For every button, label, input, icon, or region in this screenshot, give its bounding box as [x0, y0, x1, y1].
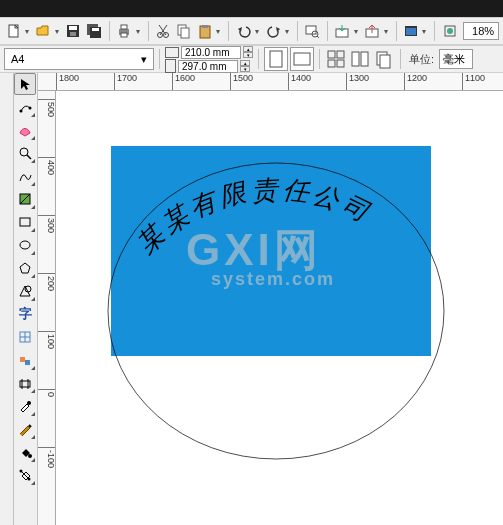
ruler-tick: 1100: [462, 73, 485, 91]
freehand-tool[interactable]: [14, 165, 36, 187]
new-file-dropdown[interactable]: ▾: [25, 27, 32, 36]
zoom-input[interactable]: 18%: [463, 22, 499, 40]
svg-rect-29: [328, 51, 335, 58]
svg-rect-9: [121, 33, 127, 37]
page-width-input[interactable]: 210.0 mm: [181, 46, 241, 59]
svg-rect-30: [337, 51, 344, 58]
window-titlebar: [0, 0, 503, 17]
pick-tool[interactable]: [14, 73, 36, 95]
vertical-ruler[interactable]: 5004003002001000-100: [38, 91, 56, 525]
cut-icon[interactable]: [153, 20, 172, 42]
svg-line-57: [21, 471, 29, 479]
ruler-tick: 1200: [404, 73, 427, 91]
toolbox: 字: [14, 73, 38, 525]
svg-point-55: [27, 401, 31, 405]
ruler-tick: 1600: [172, 73, 195, 91]
ruler-tick: 0: [38, 389, 56, 397]
drawing-canvas[interactable]: GXI网 system.com 某某有限责任公司: [56, 91, 503, 525]
zoom-tool[interactable]: [14, 142, 36, 164]
basic-shapes-tool[interactable]: [14, 280, 36, 302]
ruler-tick: 1800: [56, 73, 79, 91]
svg-text:某某有限责任公司: 某某有限责任公司: [131, 175, 377, 259]
ruler-tick: 100: [38, 331, 56, 349]
svg-point-37: [20, 110, 23, 113]
chevron-down-icon: ▾: [141, 53, 147, 66]
orientation-landscape[interactable]: [290, 47, 314, 71]
fill-tool[interactable]: [14, 441, 36, 463]
open-file-dropdown[interactable]: ▾: [55, 27, 62, 36]
property-bar: A4 ▾ 210.0 mm ▴▾ 297.0 mm ▴▾ 单位: 毫米: [0, 45, 503, 73]
publish-icon[interactable]: [440, 20, 459, 42]
paper-size-select[interactable]: A4 ▾: [4, 48, 154, 70]
new-file-icon[interactable]: [4, 20, 23, 42]
ruler-tick: 1400: [288, 73, 311, 91]
open-file-icon[interactable]: [34, 20, 53, 42]
import-icon[interactable]: [333, 20, 352, 42]
table-tool[interactable]: [14, 326, 36, 348]
svg-point-26: [447, 28, 453, 34]
arc-text-object[interactable]: 某某有限责任公司: [106, 141, 446, 341]
ellipse-tool[interactable]: [14, 234, 36, 256]
svg-rect-50: [20, 357, 25, 362]
treat-as-pages-icon[interactable]: [349, 48, 371, 70]
print-icon[interactable]: [115, 20, 134, 42]
height-spinner[interactable]: ▴▾: [240, 60, 250, 73]
undo-dropdown[interactable]: ▾: [255, 27, 262, 36]
paste-dropdown[interactable]: ▾: [216, 27, 223, 36]
save-icon[interactable]: [64, 20, 83, 42]
svg-rect-24: [406, 28, 416, 35]
undo-icon[interactable]: [234, 20, 253, 42]
export-icon[interactable]: [363, 20, 382, 42]
width-icon: [165, 47, 179, 58]
main-area: 字 18001700160015001400130012001100 50040…: [0, 73, 503, 525]
svg-rect-2: [69, 26, 77, 30]
search-icon[interactable]: [303, 20, 322, 42]
redo-icon[interactable]: [264, 20, 283, 42]
svg-rect-32: [337, 60, 344, 67]
align-distribute-icon[interactable]: [325, 48, 347, 70]
rectangle-tool[interactable]: [14, 211, 36, 233]
text-tool[interactable]: 字: [14, 303, 36, 325]
svg-rect-51: [25, 360, 30, 365]
fullscreen-dropdown[interactable]: ▾: [422, 27, 429, 36]
page-height-input[interactable]: 297.0 mm: [178, 60, 238, 73]
svg-rect-33: [352, 52, 359, 66]
toolbox-flyouts: [0, 73, 14, 525]
export-dropdown[interactable]: ▾: [384, 27, 391, 36]
copy-icon[interactable]: [174, 20, 193, 42]
svg-rect-3: [70, 32, 76, 36]
svg-point-43: [20, 241, 30, 249]
interactive-fill-tool[interactable]: [14, 464, 36, 486]
ruler-tick: 500: [38, 99, 56, 117]
width-spinner[interactable]: ▴▾: [243, 46, 253, 59]
redo-dropdown[interactable]: ▾: [285, 27, 292, 36]
fullscreen-icon[interactable]: [401, 20, 420, 42]
smart-fill-tool[interactable]: [14, 188, 36, 210]
svg-rect-27: [270, 51, 282, 67]
import-dropdown[interactable]: ▾: [354, 27, 361, 36]
eyedropper-tool[interactable]: [14, 395, 36, 417]
svg-rect-42: [20, 218, 30, 226]
save-all-icon[interactable]: [85, 20, 104, 42]
svg-point-39: [20, 148, 28, 156]
polygon-tool[interactable]: [14, 257, 36, 279]
duplicate-page-icon[interactable]: [373, 48, 395, 70]
svg-rect-28: [294, 53, 310, 65]
orientation-portrait[interactable]: [264, 47, 288, 71]
dimension-tool[interactable]: [14, 349, 36, 371]
horizontal-ruler[interactable]: 18001700160015001400130012001100: [38, 73, 503, 91]
print-dropdown[interactable]: ▾: [136, 27, 143, 36]
ruler-tick: 1700: [114, 73, 137, 91]
paste-icon[interactable]: [195, 20, 214, 42]
svg-rect-34: [361, 52, 368, 66]
zoom-value: 18%: [472, 25, 494, 37]
svg-rect-15: [181, 28, 189, 38]
ruler-tick: 200: [38, 273, 56, 291]
shape-edit-tool[interactable]: [14, 96, 36, 118]
units-label: 单位:: [406, 52, 437, 67]
units-select[interactable]: 毫米: [439, 49, 473, 69]
outline-tool[interactable]: [14, 418, 36, 440]
crop-tool[interactable]: [14, 119, 36, 141]
ruler-tick: 1300: [346, 73, 369, 91]
interactive-tool[interactable]: [14, 372, 36, 394]
